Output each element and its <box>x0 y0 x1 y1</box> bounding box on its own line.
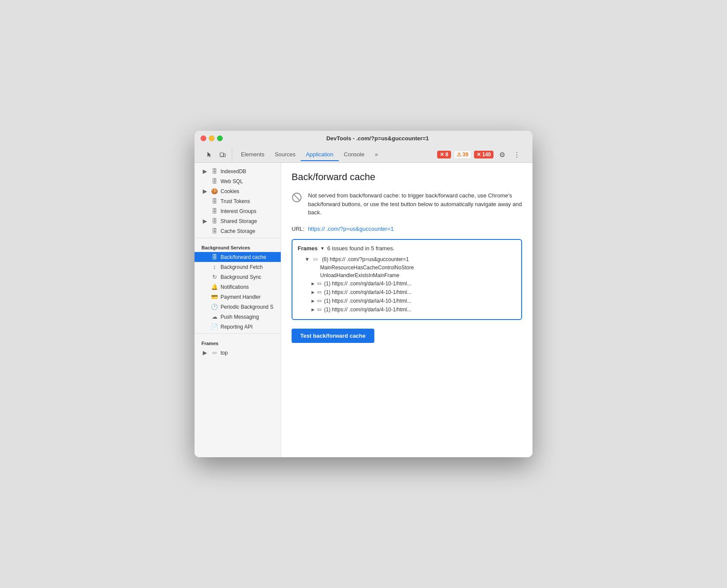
expand-arrow-icon: ▼ <box>305 256 311 262</box>
zoom-button[interactable] <box>217 136 223 141</box>
arrow-icon: ▶ <box>201 218 208 224</box>
sidebar-item-notifications[interactable]: 🔔 Notifications <box>195 282 281 292</box>
sidebar-item-label: Background Sync <box>221 274 261 280</box>
blocked-icon <box>292 192 302 205</box>
sidebar-item-label: Shared Storage <box>221 218 257 224</box>
frames-title: Frames <box>298 245 318 252</box>
cookie-icon: 🍪 <box>211 188 218 194</box>
url-value: https:// .com/?p=us&guccounter=1 <box>308 226 394 232</box>
file-icon: 📄 <box>211 323 218 330</box>
error-badge[interactable]: ✕ 8 <box>437 151 451 158</box>
sidebar-item-label: Interest Groups <box>221 208 256 214</box>
sidebar: ▶ 🗄 IndexedDB 🗄 Web SQL ▶ 🍪 Cookies 🗄 Tr… <box>195 163 281 457</box>
close-button[interactable] <box>201 136 206 141</box>
sidebar-item-label: Cookies <box>221 188 239 194</box>
frame-window-icon: ▭ <box>313 256 319 262</box>
sidebar-item-bg-sync[interactable]: ↻ Background Sync <box>195 272 281 282</box>
error-count: 8 <box>445 152 448 158</box>
sub-frame-4[interactable]: ▶ ▭ (1) https:// .com/rq/darla/4-10-1/ht… <box>298 305 516 314</box>
frames-header: Frames ▼ 6 issues found in 5 frames. <box>298 245 516 252</box>
sub-frame-3[interactable]: ▶ ▭ (1) https:// .com/rq/darla/4-10-1/ht… <box>298 297 516 305</box>
database-icon: 🗄 <box>211 178 218 184</box>
sidebar-item-label: Payment Handler <box>221 294 261 300</box>
titlebar: DevTools - .com/?p=us&guccounter=1 <box>195 131 532 163</box>
main-frame-row[interactable]: ▼ ▭ (6) https:// .com/?p=us&guccounter=1 <box>298 255 516 264</box>
sub-frame-url: (1) https:// .com/rq/darla/4-10-1/html..… <box>324 307 411 313</box>
tab-application[interactable]: Application <box>301 149 339 161</box>
sidebar-item-interest-groups[interactable]: 🗄 Interest Groups <box>195 206 281 216</box>
sidebar-item-reporting-api[interactable]: 📄 Reporting API <box>195 322 281 332</box>
collapsed-arrow-icon: ▶ <box>312 299 315 303</box>
bg-services-label: Background Services <box>195 240 281 252</box>
issue-label-2: UnloadHandlerExistsInMainFrame <box>320 272 399 278</box>
sidebar-item-payment-handler[interactable]: 💳 Payment Handler <box>195 292 281 302</box>
frames-section-label: Frames <box>195 336 281 348</box>
issue-label-1: MainResourceHasCacheControlNoStore <box>320 265 414 271</box>
warn-count: 39 <box>463 152 468 158</box>
sub-frame-icon: ▭ <box>317 298 321 304</box>
bfcache-icon: 🗄 <box>211 254 218 260</box>
clock-icon: 🕐 <box>211 304 218 310</box>
device-icon[interactable] <box>217 149 228 160</box>
info-badge[interactable]: ✕ 140 <box>474 151 493 158</box>
sub-frame-url: (1) https:// .com/rq/darla/4-10-1/html..… <box>324 298 411 304</box>
svg-line-4 <box>294 194 300 200</box>
sync-icon: ↻ <box>211 274 218 280</box>
sidebar-item-label: Push Messaging <box>221 314 259 320</box>
sub-frame-2[interactable]: ▶ ▭ (1) https:// .com/rq/darla/4-10-1/ht… <box>298 288 516 297</box>
more-options-button[interactable]: ⋮ <box>511 149 523 161</box>
cursor-icon[interactable] <box>204 149 215 160</box>
sub-frame-icon: ▭ <box>317 289 321 295</box>
sub-frame-icon: ▭ <box>317 307 321 312</box>
sidebar-item-label: Web SQL <box>221 178 243 184</box>
sidebar-item-label: Cache Storage <box>221 228 255 234</box>
content-area: Back/forward cache Not served from back/… <box>281 163 532 457</box>
database-icon: 🗄 <box>211 218 218 224</box>
sidebar-item-shared-storage[interactable]: ▶ 🗄 Shared Storage <box>195 216 281 226</box>
traffic-lights <box>201 136 223 141</box>
test-cache-button[interactable]: Test back/forward cache <box>292 329 374 343</box>
sidebar-item-label: Background Fetch <box>221 264 263 270</box>
issue-row-1: MainResourceHasCacheControlNoStore <box>298 264 516 271</box>
frame-icon: ▭ <box>211 350 218 355</box>
settings-button[interactable]: ⚙ <box>496 149 508 161</box>
sidebar-item-websql[interactable]: 🗄 Web SQL <box>195 176 281 186</box>
sidebar-divider-2 <box>195 333 281 334</box>
sidebar-item-label: Back/forward cache <box>221 254 266 260</box>
database-icon: 🗄 <box>211 168 218 174</box>
warn-badge[interactable]: ⚠ 39 <box>454 150 471 159</box>
bell-icon: 🔔 <box>211 284 218 290</box>
sidebar-item-top[interactable]: ▶ ▭ top <box>195 348 281 358</box>
sidebar-item-trust-tokens[interactable]: 🗄 Trust Tokens <box>195 196 281 206</box>
tab-more[interactable]: » <box>370 149 383 161</box>
sidebar-item-indexeddb[interactable]: ▶ 🗄 IndexedDB <box>195 166 281 176</box>
url-label: URL: <box>292 226 305 232</box>
sidebar-item-cookies[interactable]: ▶ 🍪 Cookies <box>195 186 281 196</box>
warn-icon: ⚠ <box>457 152 461 158</box>
arrow-icon: ▶ <box>201 188 208 194</box>
frames-count: 6 issues found in 5 frames. <box>327 245 394 252</box>
info-icon: ✕ <box>477 152 481 158</box>
arrow-icon: ▶ <box>201 349 208 356</box>
sub-frame-icon: ▭ <box>317 281 321 286</box>
frames-box: Frames ▼ 6 issues found in 5 frames. ▼ ▭… <box>292 239 522 320</box>
collapsed-arrow-icon: ▶ <box>312 290 315 294</box>
sub-frame-url: (1) https:// .com/rq/darla/4-10-1/html..… <box>324 281 411 287</box>
tab-console[interactable]: Console <box>339 149 370 161</box>
sidebar-item-label: Trust Tokens <box>221 198 250 204</box>
main-content: ▶ 🗄 IndexedDB 🗄 Web SQL ▶ 🍪 Cookies 🗄 Tr… <box>195 163 532 457</box>
sidebar-item-label: Notifications <box>221 284 249 290</box>
sub-frame-1[interactable]: ▶ ▭ (1) https:// .com/rq/darla/4-10-1/ht… <box>298 279 516 288</box>
tab-elements[interactable]: Elements <box>236 149 269 161</box>
sidebar-item-bfcache[interactable]: 🗄 Back/forward cache <box>195 252 281 262</box>
sidebar-item-push-messaging[interactable]: ☁ Push Messaging <box>195 312 281 322</box>
sidebar-item-label: Periodic Background S <box>221 304 273 310</box>
minimize-button[interactable] <box>209 136 214 141</box>
sidebar-item-periodic-bg[interactable]: 🕐 Periodic Background S <box>195 302 281 312</box>
tab-sources[interactable]: Sources <box>269 149 301 161</box>
sidebar-item-bg-fetch[interactable]: ↕ Background Fetch <box>195 262 281 272</box>
page-title: Back/forward cache <box>292 171 522 183</box>
toolbar: Elements Sources Application Console » ✕… <box>201 145 526 162</box>
main-frame-url: (6) https:// .com/?p=us&guccounter=1 <box>322 256 409 262</box>
sidebar-item-cache-storage[interactable]: 🗄 Cache Storage <box>195 226 281 236</box>
